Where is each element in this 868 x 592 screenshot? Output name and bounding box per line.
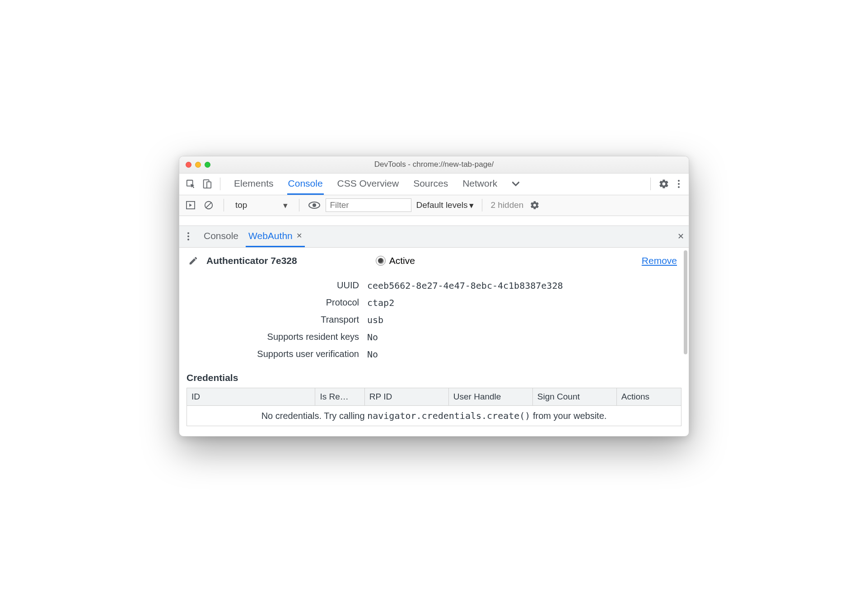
main-tabs: Elements Console CSS Overview Sources Ne… <box>233 174 498 195</box>
tab-console[interactable]: Console <box>287 174 324 195</box>
credentials-section: Credentials ID Is Re… RP ID User Handle … <box>187 372 681 426</box>
authenticator-fields: UUID ceeb5662-8e27-4e47-8ebc-4c1b8387e32… <box>187 280 681 360</box>
tab-sources[interactable]: Sources <box>412 174 449 195</box>
tab-network[interactable]: Network <box>462 174 498 195</box>
main-toolbar: Elements Console CSS Overview Sources Ne… <box>179 174 689 195</box>
svg-point-7 <box>313 203 316 207</box>
empty-text-prefix: No credentials. Try calling <box>261 411 368 421</box>
divider <box>650 178 651 190</box>
device-toolbar-icon[interactable] <box>200 177 214 191</box>
execution-context-selector[interactable]: top ▾ <box>232 199 291 212</box>
tab-elements[interactable]: Elements <box>233 174 275 195</box>
table-header-row: ID Is Re… RP ID User Handle Sign Count A… <box>187 388 681 406</box>
console-toolbar: top ▾ Default levels ▾ 2 hidden <box>179 195 689 216</box>
uuid-value: ceeb5662-8e27-4e47-8ebc-4c1b8387e328 <box>367 280 681 291</box>
empty-text-suffix: from your website. <box>530 411 607 421</box>
svg-rect-2 <box>207 182 211 188</box>
col-sign-count[interactable]: Sign Count <box>533 388 617 405</box>
divider <box>224 199 224 211</box>
transport-value: usb <box>367 315 681 325</box>
chevron-down-icon: ▾ <box>469 200 474 211</box>
hidden-messages-label[interactable]: 2 hidden <box>490 200 523 210</box>
close-drawer-icon[interactable]: ✕ <box>677 231 684 241</box>
titlebar: DevTools - chrome://new-tab-page/ <box>179 156 689 174</box>
svg-line-5 <box>206 202 212 208</box>
devtools-window: DevTools - chrome://new-tab-page/ Elemen… <box>179 156 689 437</box>
clear-console-icon[interactable] <box>202 198 215 212</box>
credentials-heading: Credentials <box>187 372 681 383</box>
resident-keys-label: Supports resident keys <box>187 332 367 343</box>
settings-icon[interactable] <box>657 177 671 191</box>
console-output-area <box>179 216 689 226</box>
col-is-resident[interactable]: Is Re… <box>315 388 364 405</box>
edit-name-icon[interactable] <box>187 254 200 268</box>
remove-authenticator-link[interactable]: Remove <box>642 255 677 266</box>
drawer-more-icon[interactable] <box>183 232 194 240</box>
zoom-window-button[interactable] <box>205 162 210 168</box>
divider <box>482 199 482 211</box>
credentials-empty-row: No credentials. Try calling navigator.cr… <box>187 406 681 426</box>
inspect-element-icon[interactable] <box>184 177 197 191</box>
live-expression-icon[interactable] <box>308 198 321 212</box>
divider <box>220 178 220 190</box>
divider <box>299 199 299 211</box>
active-label: Active <box>389 255 415 266</box>
credentials-table: ID Is Re… RP ID User Handle Sign Count A… <box>187 388 681 426</box>
drawer-toolbar: Console WebAuthn ✕ ✕ <box>179 226 689 248</box>
radio-icon <box>376 256 386 266</box>
col-actions[interactable]: Actions <box>617 388 681 405</box>
resident-keys-value: No <box>367 332 681 343</box>
levels-label: Default levels <box>416 200 467 210</box>
col-user-handle[interactable]: User Handle <box>449 388 533 405</box>
filter-input[interactable] <box>326 198 411 212</box>
transport-label: Transport <box>187 315 367 325</box>
more-tabs-icon[interactable] <box>509 177 523 191</box>
protocol-label: Protocol <box>187 297 367 308</box>
col-id[interactable]: ID <box>187 388 315 405</box>
window-traffic-lights <box>179 162 210 168</box>
context-value: top <box>235 200 247 210</box>
minimize-window-button[interactable] <box>195 162 201 168</box>
console-settings-icon[interactable] <box>528 198 541 212</box>
col-rp-id[interactable]: RP ID <box>365 388 449 405</box>
close-tab-icon[interactable]: ✕ <box>296 231 302 240</box>
authenticator-name: Authenticator 7e328 <box>206 255 297 266</box>
window-title: DevTools - chrome://new-tab-page/ <box>374 160 494 169</box>
webauthn-panel: Authenticator 7e328 Active Remove UUID c… <box>179 248 689 436</box>
tab-css-overview[interactable]: CSS Overview <box>336 174 400 195</box>
more-options-icon[interactable] <box>673 180 684 188</box>
protocol-value: ctap2 <box>367 297 681 308</box>
empty-text-code: navigator.credentials.create() <box>367 410 530 421</box>
log-levels-selector[interactable]: Default levels ▾ <box>416 200 474 211</box>
toggle-console-sidebar-icon[interactable] <box>184 198 197 212</box>
drawer-tab-webauthn[interactable]: WebAuthn ✕ <box>246 226 305 247</box>
authenticator-header: Authenticator 7e328 Active Remove <box>187 254 681 268</box>
scrollbar[interactable] <box>684 250 687 354</box>
user-verification-value: No <box>367 349 681 360</box>
user-verification-label: Supports user verification <box>187 349 367 360</box>
chevron-down-icon: ▾ <box>283 200 288 211</box>
drawer-tab-console[interactable]: Console <box>201 226 241 247</box>
close-window-button[interactable] <box>186 162 191 168</box>
uuid-label: UUID <box>187 280 367 291</box>
active-radio[interactable]: Active <box>376 255 415 266</box>
